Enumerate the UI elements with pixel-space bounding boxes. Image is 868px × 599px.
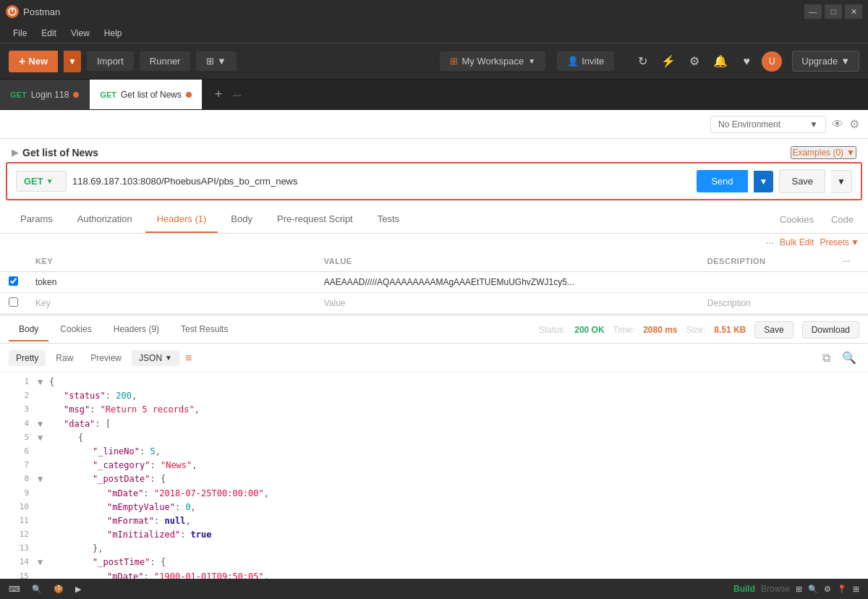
preview-button[interactable]: Preview	[83, 350, 129, 366]
time-label: Time:	[613, 325, 635, 335]
bell-icon-button[interactable]: 🔔	[710, 51, 731, 72]
format-right-actions: ⧉ 🔍	[820, 348, 859, 368]
menu-view[interactable]: View	[64, 25, 97, 41]
tab-get-list-news[interactable]: GET Get list of News	[90, 80, 203, 109]
console-button[interactable]: ⌨	[9, 585, 20, 594]
upgrade-button[interactable]: Upgrade ▼	[792, 51, 859, 72]
cookies-bottom-button[interactable]: 🍪	[54, 585, 64, 594]
copy-icon-button[interactable]: ⧉	[820, 348, 833, 368]
save-dropdown-button[interactable]: ▼	[831, 170, 852, 193]
new-row-checkbox[interactable]	[9, 297, 18, 307]
resp-tab-headers[interactable]: Headers (9)	[103, 318, 169, 341]
settings-icon-button[interactable]: ⚙	[684, 51, 705, 72]
time-value: 2080 ms	[643, 325, 677, 335]
url-input[interactable]	[72, 176, 691, 187]
runner-bottom-button[interactable]: ▶	[75, 585, 81, 594]
response-section: Body Cookies Headers (9) Test Results St…	[0, 315, 868, 599]
bottom-grid[interactable]: ⊞	[853, 585, 859, 594]
tab-body[interactable]: Body	[219, 206, 264, 233]
save-button[interactable]: Save	[779, 169, 825, 193]
json-line-13: 13 },	[0, 542, 868, 556]
search-bottom-button[interactable]: 🔍	[32, 585, 42, 594]
invite-button[interactable]: 👤 Invite	[557, 51, 614, 71]
cookies-link[interactable]: Cookies	[774, 207, 820, 232]
menu-edit[interactable]: Edit	[34, 25, 64, 41]
header-options-icon[interactable]: ···	[765, 237, 774, 248]
workspace-selector[interactable]: ⊞ My Workspace ▼	[440, 51, 546, 71]
maximize-button[interactable]: □	[825, 4, 842, 19]
bottom-settings[interactable]: ⚙	[824, 585, 831, 594]
add-tab-button[interactable]: +	[210, 86, 227, 103]
more-tabs-button[interactable]: ···	[233, 89, 242, 101]
examples-label: Examples (0)	[792, 148, 843, 158]
env-selector[interactable]: No Environment ▼	[710, 116, 826, 133]
bottom-location[interactable]: 📍	[837, 585, 847, 594]
env-eye-button[interactable]: 👁	[832, 118, 843, 131]
collapse-arrow-icon[interactable]: ▶	[12, 148, 18, 158]
tab-params[interactable]: Params	[9, 206, 64, 233]
bulk-edit-button[interactable]: Bulk Edit	[780, 237, 814, 248]
tab-pre-request[interactable]: Pre-request Script	[265, 206, 365, 233]
tab-name-2: Get list of News	[121, 90, 182, 100]
new-desc-input[interactable]	[707, 298, 817, 308]
tabs-bar: GET Login 118 GET Get list of News + ···	[0, 80, 868, 110]
heart-icon-button[interactable]: ♥	[736, 51, 757, 72]
title-bar: Postman — □ ✕	[0, 0, 868, 23]
request-title-area: ▶ Get list of News	[12, 147, 98, 158]
size-value: 8.51 KB	[714, 325, 746, 335]
new-key-input[interactable]	[35, 298, 307, 308]
wrap-icon-button[interactable]: ≡	[182, 349, 195, 368]
build-tab[interactable]: Build	[733, 584, 755, 594]
lightning-icon-button[interactable]: ⚡	[658, 51, 679, 72]
header-col-check	[0, 251, 27, 272]
tab-headers[interactable]: Headers (1)	[145, 206, 218, 233]
send-dropdown-button[interactable]: ▼	[754, 171, 774, 192]
json-line-9: 9 "mDate": "2018-07-25T00:00:00",	[0, 487, 868, 501]
sync-icon-button[interactable]: ↻	[631, 51, 653, 72]
browse-tab[interactable]: Browse	[761, 584, 790, 594]
tab-tests[interactable]: Tests	[366, 206, 411, 233]
pretty-button[interactable]: Pretty	[9, 350, 46, 366]
json-line-11: 11 "mFormat": null,	[0, 514, 868, 528]
menu-file[interactable]: File	[6, 25, 34, 41]
bottom-icons[interactable]: ⊞	[796, 585, 802, 594]
runner-button[interactable]: Runner	[140, 51, 191, 71]
json-viewer: 1 ▼ { 2 "status": 200, 3 "msg": "Return …	[0, 373, 868, 599]
bottom-search[interactable]: 🔍	[808, 585, 818, 594]
header-row-checkbox[interactable]	[9, 276, 18, 286]
new-dropdown-button[interactable]: ▼	[64, 51, 81, 72]
minimize-button[interactable]: —	[804, 4, 822, 19]
bottom-right: Build Browse ⊞ 🔍 ⚙ 📍 ⊞	[733, 584, 859, 594]
avatar-button[interactable]: U	[762, 51, 782, 72]
header-col-desc: DESCRIPTION	[699, 251, 826, 272]
tab-name-1: Login 118	[31, 90, 69, 100]
save-response-button[interactable]: Save	[754, 321, 793, 339]
raw-button[interactable]: Raw	[48, 350, 80, 366]
new-value-input[interactable]	[324, 298, 690, 308]
examples-button[interactable]: Examples (0) ▼	[791, 146, 856, 159]
close-button[interactable]: ✕	[845, 4, 862, 19]
search-icon-button[interactable]: 🔍	[839, 348, 859, 368]
resp-tab-cookies[interactable]: Cookies	[50, 318, 101, 341]
presets-button[interactable]: Presets ▼	[820, 237, 859, 248]
tab-method-2: GET	[100, 90, 116, 99]
toolbar: + New ▼ Import Runner ⊞ ▼ ⊞ My Workspace…	[0, 43, 868, 80]
tab-authorization[interactable]: Authorization	[66, 206, 144, 233]
extra-button[interactable]: ⊞ ▼	[196, 51, 236, 71]
tab-dot-2	[186, 92, 192, 98]
resp-tab-tests[interactable]: Test Results	[171, 318, 238, 341]
method-selector[interactable]: GET ▼	[16, 171, 67, 192]
env-settings-button[interactable]: ⚙	[849, 117, 859, 131]
tab-login-118[interactable]: GET Login 118	[0, 80, 90, 109]
download-button[interactable]: Download	[802, 321, 859, 339]
format-bar: Pretty Raw Preview JSON ▼ ≡ ⧉ 🔍	[0, 344, 868, 373]
import-button[interactable]: Import	[87, 51, 134, 71]
new-button[interactable]: + New	[9, 51, 58, 72]
resp-tab-body[interactable]: Body	[9, 318, 48, 341]
toolbar-icons: ↻ ⚡ ⚙ 🔔 ♥ U Upgrade ▼	[631, 51, 859, 72]
json-line-5: 5 ▼ {	[0, 431, 868, 445]
code-link[interactable]: Code	[825, 207, 859, 232]
send-button[interactable]: Send	[697, 170, 747, 192]
format-selector[interactable]: JSON ▼	[132, 350, 179, 366]
menu-help[interactable]: Help	[97, 25, 129, 41]
